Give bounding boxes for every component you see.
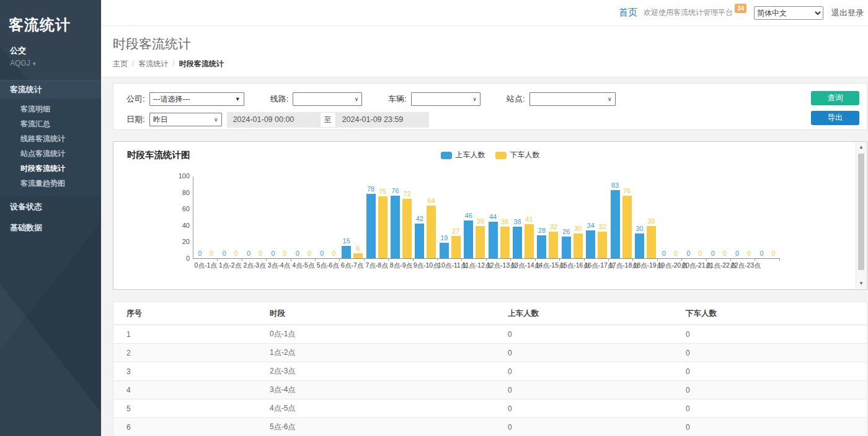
bar-boarding [440,243,449,258]
bar-column: 0 [244,250,254,258]
bar-group: 7672 [389,176,413,258]
x-axis-label: 12点-13点 [487,261,511,269]
x-axis-label: 19点-20点 [658,261,682,269]
table-cell: 1点-2点 [270,344,508,362]
date-from-input[interactable]: 2024-01-09 00:00 [227,112,320,128]
bar-column: 0 [280,250,290,258]
sidebar-item-trend-chart[interactable]: 客流量趋势图 [0,176,101,191]
date-label: 日期: [126,114,145,125]
home-link[interactable]: 首页 [619,7,637,19]
station-select[interactable]: ∨ [529,92,616,106]
sidebar-item-line-stats[interactable]: 线路客流统计 [0,131,101,146]
welcome-text: 欢迎使用客流统计管理平台 [644,7,733,18]
bar-column: 41 [525,216,534,258]
y-axis: 020406080100 [169,177,190,258]
chart-legend: 上车人数 下车人数 [441,150,540,160]
app-logo: 客流统计 [0,0,101,35]
sidebar-item-passenger-stats[interactable]: 客流统计 [0,80,101,98]
bar-column: 0 [671,250,680,258]
bar-value-label: 32 [599,223,606,231]
sidebar-item-passenger-detail[interactable]: 客流明细 [0,102,101,116]
language-select[interactable]: 简体中文 [754,6,823,20]
bar-value-label: 38 [501,218,508,226]
bar-column: 28 [537,227,546,258]
breadcrumb-current: 时段客流统计 [179,59,224,68]
org-selector[interactable]: AQGJ▾ [0,56,101,68]
table-cell: 0 [686,381,867,399]
bar-column: 38 [513,218,522,258]
chevron-down-icon: ∨ [355,96,359,102]
topbar: 首页 欢迎使用客流统计管理平台 34 简体中文 退出登录 [101,0,868,26]
bar-alighting [525,224,534,258]
bar-alighting [549,232,558,258]
breadcrumb-home[interactable]: 主页 [113,59,138,68]
bar-column: 15 [342,237,351,258]
export-button[interactable]: 导出 [811,111,859,125]
notification-badge: 34 [735,4,746,13]
bar-group: 00 [658,176,682,258]
sidebar-item-device-status[interactable]: 设备状态 [0,196,101,217]
x-axis-label: 13点-14点 [511,261,535,269]
date-to-input[interactable]: 2024-01-09 23:59 [336,112,429,128]
vehicle-select[interactable]: ∨ [411,92,480,106]
scroll-down-icon[interactable]: ▼ [856,279,866,289]
bar-column: 42 [415,215,424,258]
bar-column: 39 [647,217,656,258]
bar-column: 32 [598,223,607,258]
company-select[interactable]: ---请选择--- ▼ [149,92,244,106]
breadcrumb-passenger-stats[interactable]: 客流统计 [138,59,179,68]
bar-value-label: 28 [538,227,546,235]
legend-item-boarding[interactable]: 上车人数 [441,150,485,160]
bar-boarding [415,224,424,258]
period-stats-table: 序号时段上车人数下车人数 10点-1点0021点-2点0032点-3点0043点… [113,302,867,436]
bar-value-label: 46 [465,212,472,220]
bar-value-label: 0 [698,250,702,258]
bar-value-label: 19 [440,234,448,242]
vehicle-label: 车辆: [388,94,407,105]
search-button[interactable]: 查询 [811,91,859,105]
bar-value-label: 0 [686,250,690,258]
bar-value-label: 75 [379,188,386,196]
bar-value-label: 38 [513,218,521,226]
bar-column: 0 [757,250,766,258]
bar-column: 0 [696,250,705,258]
logout-link[interactable]: 退出登录 [831,7,864,19]
bar-value-label: 0 [320,250,324,258]
bar-column: 30 [635,225,644,258]
bar-alighting [378,196,388,258]
table-cell: 0 [686,362,867,381]
bar-column: 0 [268,250,278,258]
x-axis-label: 1点-2点 [218,261,242,269]
bar-column: 0 [219,250,229,258]
bar-value-label: 0 [247,250,250,258]
x-axis-label: 8点-9点 [389,261,413,269]
bar-value-label: 83 [611,181,619,190]
x-axis-label: 17点-18点 [609,261,633,269]
bar-value-label: 0 [210,250,213,258]
bar-value-label: 0 [198,250,202,258]
sidebar-item-period-stats[interactable]: 时段客流统计 [0,161,101,176]
table-header-row: 序号时段上车人数下车人数 [113,302,867,325]
vertical-scrollbar[interactable]: ▲ ▼ [856,142,866,289]
x-axis-label: 18点-19点 [633,261,657,269]
line-select[interactable]: ∨ [293,92,362,106]
bar-alighting [622,196,632,258]
legend-label-alighting: 下车人数 [510,150,540,160]
sidebar-item-base-data[interactable]: 基础数据 [0,217,101,238]
bar-column: 64 [427,197,436,258]
bar-boarding [391,196,400,258]
x-axis-label: 5点-6点 [316,261,340,269]
scrollbar-thumb[interactable] [858,154,864,270]
chart-plot[interactable]: 020406080100 000000000000156787576724264… [193,177,779,259]
table-cell: 0 [508,381,686,399]
scroll-up-icon[interactable]: ▲ [856,142,866,152]
x-axis-label: 2点-3点 [242,261,267,269]
bar-column: 0 [195,250,205,258]
sidebar-item-passenger-summary[interactable]: 客流汇总 [0,116,101,131]
sidebar-item-station-stats[interactable]: 站点客流统计 [0,146,101,161]
legend-item-alighting[interactable]: 下车人数 [495,150,540,160]
bar-column: 38 [500,218,510,258]
table-cell: 3 [113,362,270,381]
chart-panel: 时段车流统计图 上车人数 下车人数 020406080100 000000000… [113,141,867,290]
date-preset-select[interactable]: 昨日 ∨ [149,113,222,126]
